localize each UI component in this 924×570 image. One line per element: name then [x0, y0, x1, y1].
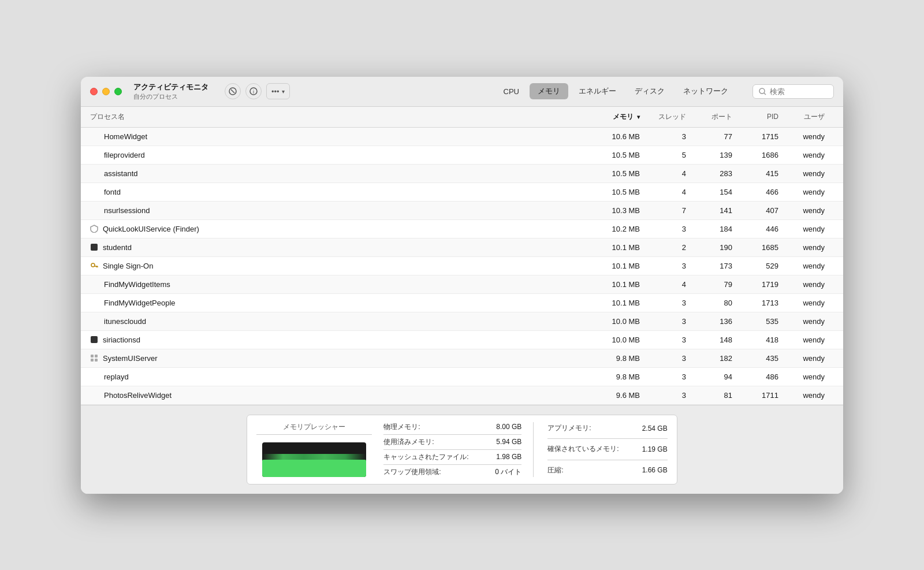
cell-pid: 418 [742, 336, 788, 344]
cell-name: SystemUIServer [90, 354, 580, 363]
cell-threads: 2 [649, 243, 695, 252]
memory-stat-row: キャッシュされたファイル: 1.98 GB [383, 452, 521, 462]
stat-divider [383, 434, 521, 435]
table-row[interactable]: assistantd 10.5 MB 4 283 415 wendy [81, 165, 843, 183]
cell-pid: 407 [742, 206, 788, 215]
cell-threads: 3 [649, 317, 695, 326]
svg-rect-15 [95, 359, 98, 362]
table-row[interactable]: SystemUIServer 9.8 MB 3 182 435 wendy [81, 349, 843, 368]
memory-stat-row: 使用済みメモリ: 5.94 GB [383, 437, 521, 447]
cell-ports: 77 [695, 132, 742, 141]
table-row[interactable]: FindMyWidgetItems 10.1 MB 4 79 1719 wend… [81, 275, 843, 294]
stat-value-right: 2.54 GB [642, 424, 668, 433]
cell-user: wendy [788, 354, 834, 363]
process-name: replayd [104, 372, 129, 381]
stat-label-right: 確保されているメモリ: [547, 444, 619, 454]
cell-user: wendy [788, 169, 834, 178]
stat-label-right: アプリメモリ: [547, 423, 591, 433]
cell-memory: 10.0 MB [580, 336, 649, 344]
more-button[interactable]: ••• ▾ [266, 83, 290, 99]
table-row[interactable]: QuickLookUIService (Finder) 10.2 MB 3 18… [81, 220, 843, 239]
cell-name: studentd [90, 243, 580, 252]
table-row[interactable]: PhotosReliveWidget 9.6 MB 3 81 1711 wend… [81, 386, 843, 405]
col-header-pid[interactable]: PID [742, 113, 788, 121]
cell-threads: 3 [649, 299, 695, 307]
svg-rect-13 [95, 355, 98, 357]
minimize-button[interactable] [102, 88, 110, 95]
tab-disk[interactable]: ディスク [627, 83, 673, 99]
cell-pid: 535 [742, 317, 788, 326]
table-row[interactable]: Single Sign-On 10.1 MB 3 173 529 wendy [81, 257, 843, 275]
process-icon [90, 225, 98, 233]
cell-pid: 1713 [742, 299, 788, 307]
cell-threads: 3 [649, 354, 695, 363]
table-row[interactable]: FindMyWidgetPeople 10.1 MB 3 80 1713 wen… [81, 294, 843, 312]
cell-user: wendy [788, 372, 834, 381]
cell-ports: 141 [695, 206, 742, 215]
stop-icon [229, 87, 237, 95]
process-name: Single Sign-On [103, 262, 153, 270]
process-name: siriactionsd [103, 336, 140, 344]
tab-memory[interactable]: メモリ [530, 83, 568, 99]
table-row[interactable]: studentd 10.1 MB 2 190 1685 wendy [81, 239, 843, 257]
nav-tabs: CPU メモリ エネルギー ディスク ネットワーク [495, 83, 736, 99]
cell-ports: 184 [695, 225, 742, 233]
cell-name: siriactionsd [90, 336, 580, 344]
tab-cpu[interactable]: CPU [495, 84, 527, 99]
stat-label: スワップ使用領域: [383, 467, 441, 477]
memory-stat-row: スワップ使用領域: 0 バイト [383, 467, 521, 477]
app-subtitle: 自分のプロセス [133, 92, 208, 101]
table-body: HomeWidget 10.6 MB 3 77 1715 wendy filep… [81, 128, 843, 405]
memory-stats-section: 物理メモリ: 8.00 GB 使用済みメモリ: 5.94 GB キャッシュされた… [383, 422, 534, 477]
table-row[interactable]: siriactionsd 10.0 MB 3 148 418 wendy [81, 331, 843, 349]
stat-value-right: 1.19 GB [642, 445, 668, 453]
table-row[interactable]: fileproviderd 10.5 MB 5 139 1686 wendy [81, 146, 843, 165]
svg-rect-6 [91, 244, 98, 251]
process-icon [90, 354, 98, 362]
tab-network[interactable]: ネットワーク [675, 83, 736, 99]
info-icon: i [249, 87, 258, 95]
app-title: アクティビティモニタ [133, 82, 208, 92]
cell-name: itunescloudd [90, 317, 580, 326]
search-input[interactable] [770, 87, 828, 96]
cell-ports: 182 [695, 354, 742, 363]
stat-label-right: 圧縮: [547, 465, 563, 475]
cell-memory: 10.1 MB [580, 280, 649, 289]
svg-point-7 [91, 263, 95, 267]
process-name: PhotosReliveWidget [104, 391, 172, 400]
cell-memory: 10.6 MB [580, 132, 649, 141]
cell-memory: 10.1 MB [580, 243, 649, 252]
col-header-memory[interactable]: メモリ ▾ [580, 112, 649, 122]
col-header-name[interactable]: プロセス名 [90, 112, 580, 122]
stat-value: 1.98 GB [496, 453, 521, 461]
tab-energy[interactable]: エネルギー [571, 83, 624, 99]
cell-memory: 9.8 MB [580, 354, 649, 363]
process-name: SystemUIServer [103, 354, 158, 363]
col-header-ports[interactable]: ポート [695, 112, 742, 122]
table-row[interactable]: HomeWidget 10.6 MB 3 77 1715 wendy [81, 128, 843, 146]
dropdown-arrow: ▾ [282, 88, 285, 95]
table-row[interactable]: fontd 10.5 MB 4 154 466 wendy [81, 183, 843, 202]
cell-user: wendy [788, 262, 834, 270]
table-row[interactable]: replayd 9.8 MB 3 94 486 wendy [81, 368, 843, 386]
cell-name: FindMyWidgetPeople [90, 299, 580, 307]
stop-button[interactable] [225, 83, 241, 99]
process-name: studentd [103, 243, 132, 252]
info-button[interactable]: i [245, 83, 262, 99]
process-name: FindMyWidgetItems [104, 280, 170, 289]
col-header-threads[interactable]: スレッド [649, 112, 695, 122]
process-name: FindMyWidgetPeople [104, 299, 176, 307]
stat-label: 使用済みメモリ: [383, 437, 434, 447]
stat-value: 8.00 GB [496, 423, 521, 431]
pressure-graph-title: メモリプレッシャー [256, 422, 372, 435]
table-row[interactable]: nsurlsessiond 10.3 MB 7 141 407 wendy [81, 202, 843, 220]
maximize-button[interactable] [114, 88, 122, 95]
search-box[interactable] [752, 84, 834, 99]
table-row[interactable]: itunescloudd 10.0 MB 3 136 535 wendy [81, 312, 843, 331]
cell-memory: 10.5 MB [580, 188, 649, 196]
cell-pid: 446 [742, 225, 788, 233]
cell-memory: 10.1 MB [580, 262, 649, 270]
close-button[interactable] [90, 88, 98, 95]
cell-ports: 136 [695, 317, 742, 326]
col-header-user[interactable]: ユーザ [788, 112, 834, 122]
